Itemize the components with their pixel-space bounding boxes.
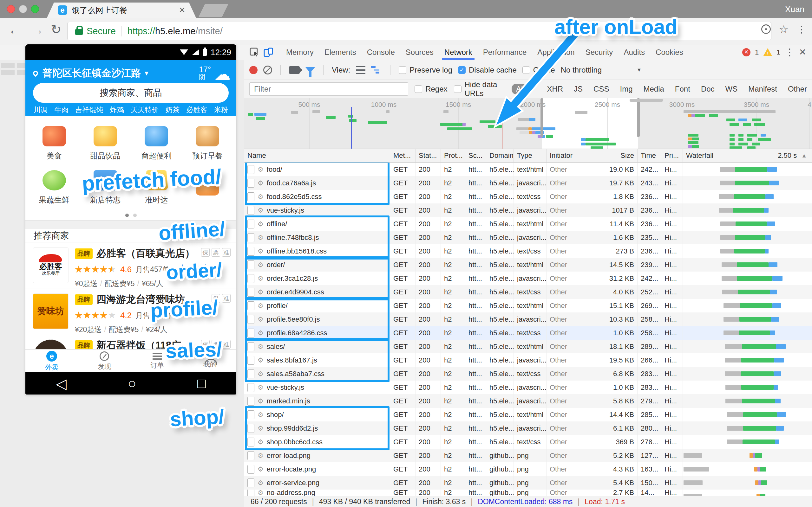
category-item[interactable]: 商超便利 [131, 121, 182, 165]
carousel-dot-active[interactable] [125, 214, 129, 217]
request-row[interactable]: ⚙profile/ GET 200 h2 htt... h5.ele... te… [244, 299, 812, 313]
cell-name[interactable]: ⚙order/ [244, 258, 390, 272]
column-header-status[interactable]: Stat... [415, 149, 441, 162]
request-checkbox[interactable] [247, 451, 254, 460]
request-row[interactable]: ⚙shop.99dd6d2.js GET 200 h2 htt... h5.el… [244, 421, 812, 435]
request-checkbox[interactable] [247, 342, 254, 351]
android-back-button[interactable]: ◁ [56, 376, 67, 392]
cell-initiator[interactable]: Other [547, 421, 583, 435]
cell-initiator[interactable]: Other [547, 408, 583, 421]
request-row[interactable]: ⚙food.862e5d5.css GET 200 h2 htt... h5.e… [244, 190, 812, 204]
page-target-icon[interactable] [761, 24, 771, 34]
preserve-log-checkbox[interactable]: Preserve log [399, 66, 452, 74]
cell-name[interactable]: ⚙error-locate.png [244, 462, 390, 476]
request-checkbox[interactable] [247, 261, 254, 269]
minimize-window-button[interactable] [19, 5, 27, 13]
request-checkbox[interactable] [247, 383, 254, 392]
filter-type-ws[interactable]: WS [725, 84, 738, 94]
bookmark-star-icon[interactable]: ☆ [779, 23, 789, 36]
quick-link[interactable]: 炸鸡 [110, 105, 124, 115]
request-row[interactable]: ⚙sales/ GET 200 h2 htt... h5.ele... text… [244, 340, 812, 353]
cell-name[interactable]: ⚙sales/ [244, 340, 390, 353]
cell-initiator[interactable]: Other [547, 381, 583, 394]
request-row[interactable]: ⚙food/ GET 200 h2 htt... h5.ele... text/… [244, 163, 812, 176]
cell-name[interactable]: ⚙order.3ca1c28.js [244, 272, 390, 285]
request-checkbox[interactable] [247, 329, 254, 337]
cell-name[interactable]: ⚙error-service.png [244, 476, 390, 490]
filter-funnel-icon[interactable] [305, 67, 315, 73]
request-checkbox[interactable] [247, 233, 254, 242]
cell-name[interactable]: ⚙vue-sticky.js [244, 381, 390, 394]
filter-type-manifest[interactable]: Manifest [748, 84, 777, 94]
cell-name[interactable]: ⚙profile.5ee80f0.js [244, 313, 390, 326]
cell-initiator[interactable]: Other [547, 326, 583, 340]
cell-initiator[interactable]: Other [547, 272, 583, 285]
devtools-tab-network[interactable]: Network [439, 45, 478, 60]
cell-name[interactable]: ⚙profile/ [244, 299, 390, 313]
column-header-time[interactable]: Time [638, 149, 661, 162]
devtools-tab-memory[interactable]: Memory [281, 45, 319, 60]
request-checkbox[interactable] [247, 288, 254, 297]
offline-checkbox[interactable]: Offline [522, 66, 555, 74]
cell-name[interactable]: ⚙sales.a58aba7.css [244, 367, 390, 381]
cell-name[interactable]: ⚙food.862e5d5.css [244, 190, 390, 204]
devtools-tab-audits[interactable]: Audits [618, 45, 650, 60]
cell-initiator[interactable]: Other [547, 217, 583, 231]
cell-initiator[interactable]: Other [547, 258, 583, 272]
devtools-menu-icon[interactable]: ⋮ [785, 47, 795, 58]
request-row[interactable]: ⚙shop.0bbc6cd.css GET 200 h2 htt... h5.e… [244, 435, 812, 449]
quick-link[interactable]: 牛肉 [55, 105, 68, 115]
cell-initiator[interactable]: Other [547, 340, 583, 353]
request-row[interactable]: ⚙profile.68a4286.css GET 200 h2 htt... h… [244, 326, 812, 340]
category-item[interactable]: 果蔬生鲜 [29, 165, 80, 210]
android-recents-button[interactable]: □ [197, 376, 206, 391]
cell-name[interactable]: ⚙no-address.png [244, 490, 390, 496]
request-checkbox[interactable] [247, 206, 254, 215]
browser-tab[interactable]: e 饿了么网上订餐 ✕ [47, 3, 196, 18]
filter-input[interactable] [249, 82, 408, 96]
cell-initiator[interactable]: Other [547, 462, 583, 476]
request-checkbox[interactable] [247, 274, 254, 283]
cell-initiator[interactable]: Other [547, 299, 583, 313]
column-header-size[interactable]: Size [583, 149, 638, 162]
cell-name[interactable]: ⚙food.ca76a6a.js [244, 176, 390, 190]
cell-name[interactable]: ⚙offline.748fbc8.js [244, 231, 390, 244]
devtools-tab-console[interactable]: Console [362, 45, 400, 60]
request-checkbox[interactable] [247, 438, 254, 447]
filter-type-other[interactable]: Other [788, 84, 807, 94]
cell-initiator[interactable]: Other [547, 394, 583, 408]
reload-button[interactable]: ↻ [51, 22, 61, 37]
fullscreen-window-button[interactable] [31, 5, 39, 13]
category-item[interactable]: 预订早餐 [182, 121, 233, 165]
cell-name[interactable]: ⚙shop.0bbc6cd.css [244, 435, 390, 449]
cell-initiator[interactable]: Other [547, 313, 583, 326]
request-checkbox[interactable] [247, 397, 254, 406]
quick-link[interactable]: 米粉 [214, 105, 228, 115]
category-item[interactable]: 美食 [29, 121, 80, 165]
phone-tab-外卖[interactable]: e外卖 [26, 350, 78, 372]
request-checkbox[interactable] [247, 179, 254, 187]
browser-menu-icon[interactable]: ⋮ [797, 24, 806, 35]
request-row[interactable]: ⚙offline.748fbc8.js GET 200 h2 htt... h5… [244, 231, 812, 244]
request-row[interactable]: ⚙offline/ GET 200 h2 htt... h5.ele... te… [244, 217, 812, 231]
column-header-name[interactable]: Name [244, 149, 390, 162]
column-header-initiator[interactable]: Initiator [547, 149, 583, 162]
cell-name[interactable]: ⚙offline/ [244, 217, 390, 231]
request-row[interactable]: ⚙no-address.png GET 200 h2 htt... github… [244, 490, 812, 496]
list-view-icon[interactable] [356, 66, 365, 74]
cell-initiator[interactable]: Other [547, 285, 583, 299]
request-checkbox[interactable] [247, 490, 254, 496]
cell-initiator[interactable]: Other [547, 204, 583, 217]
request-checkbox[interactable] [247, 465, 254, 474]
cell-name[interactable]: ⚙order.e4d9904.css [244, 285, 390, 299]
cell-initiator[interactable]: Other [547, 176, 583, 190]
request-checkbox[interactable] [247, 410, 254, 419]
request-row[interactable]: ⚙sales.8bfa167.js GET 200 h2 htt... h5.e… [244, 353, 812, 367]
request-checkbox[interactable] [247, 165, 254, 174]
quick-link[interactable]: 奶茶 [165, 105, 180, 115]
request-row[interactable]: ⚙shop/ GET 200 h2 htt... h5.ele... text/… [244, 408, 812, 421]
tab-close-icon[interactable]: ✕ [179, 6, 185, 14]
request-checkbox[interactable] [247, 247, 254, 256]
cell-name[interactable]: ⚙shop.99dd6d2.js [244, 421, 390, 435]
request-row[interactable]: ⚙vue-sticky.js GET 200 h2 htt... h5.ele.… [244, 204, 812, 217]
